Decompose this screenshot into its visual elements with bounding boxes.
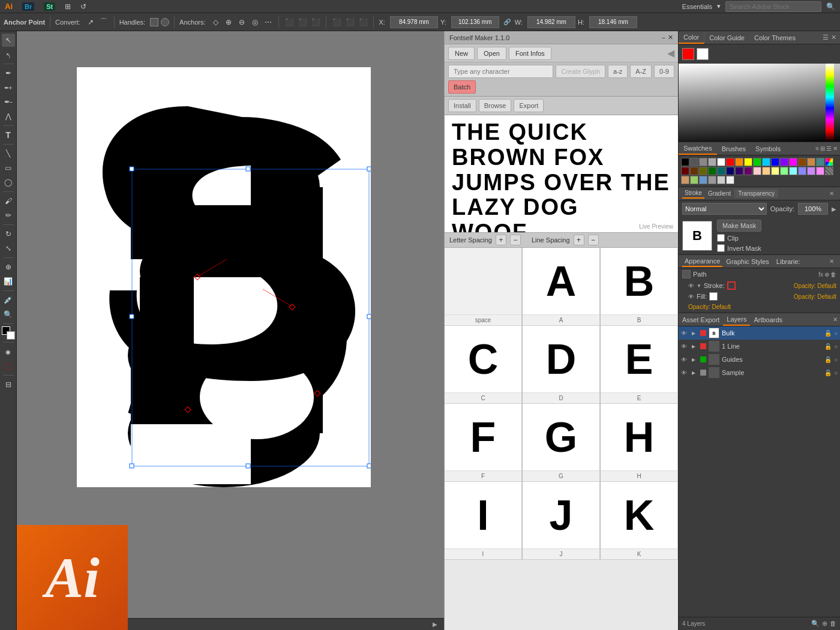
line-spacing-decrease[interactable]: − [588,235,599,245]
glyph-cell-C[interactable]: C C [445,326,522,404]
blend-mode-select[interactable]: Normal [682,203,767,215]
layer-lock-1line[interactable]: 🔓 [824,343,832,350]
fontself-arrow-icon[interactable]: ◀ [667,48,674,58]
search-icon[interactable]: 🔍 [826,2,835,11]
swatch-ltblue[interactable] [798,167,806,175]
layer-item-guides[interactable]: 👁 ▶ Guides 🔓 ○ [679,353,840,366]
font-infos-button[interactable]: Font Infos [509,47,551,60]
swatch-orange[interactable] [735,158,743,166]
white-swatch[interactable] [697,48,709,60]
layer-eye-sample[interactable]: 👁 [681,370,689,376]
stroke-close-icon[interactable]: ✕ [829,190,834,197]
align-center-h-icon[interactable]: ⬛ [297,17,308,28]
brushes-tab[interactable]: Brushes [717,142,751,155]
swatch-red[interactable] [726,158,734,166]
x-input[interactable] [390,16,438,28]
layer-item-bulk[interactable]: 👁 ▶ B Bulk 🔓 ○ [679,326,840,340]
line-spacing-increase[interactable]: + [574,235,584,245]
color-panel-menu-icon[interactable]: ☰ [823,34,829,41]
layer-circle-1line[interactable]: ○ [834,343,838,350]
anchor-icon4[interactable]: ◎ [250,17,260,28]
glyph-cell-space[interactable]: space [445,248,522,326]
make-mask-button[interactable]: Make Mask [717,220,761,232]
appearance-tab[interactable]: Appearance [682,256,722,267]
swatch-green[interactable] [753,158,761,166]
clip-checkbox[interactable] [717,234,725,242]
install-button[interactable]: Install [448,99,476,112]
background-color[interactable] [7,331,15,340]
transparency-tab[interactable]: Transparency [734,189,778,198]
symbols-tab[interactable]: Symbols [751,142,785,155]
layer-del-icon[interactable]: 🗑 [830,620,836,628]
direct-select-icon[interactable]: ↖̣ [2,48,15,61]
stroke-icon[interactable]: Stroke [682,188,704,199]
chart-icon[interactable]: 📊 [2,275,15,288]
blend-icon[interactable]: ⊕ [2,260,15,274]
appearance-close-icon[interactable]: ✕ [829,258,834,265]
browse-button[interactable]: Browse [479,99,512,112]
swatches-menu-icon[interactable]: ☰ [826,145,832,152]
swatch-ltviolet[interactable] [807,167,815,175]
rotate-icon[interactable]: ↻ [2,227,15,241]
swatch-ltcyan[interactable] [789,167,797,175]
link-icon[interactable]: 🔗 [502,17,512,28]
opacity-arrow-icon[interactable]: ▶ [832,206,836,212]
layers-close-icon[interactable]: ✕ [833,316,838,323]
stroke-color-indicator[interactable] [727,281,736,290]
swatch-brown[interactable] [798,158,806,166]
swatch-darkcyan[interactable] [717,167,725,175]
glyph-cell-E[interactable]: E E [601,326,678,404]
swatch-gray2[interactable] [708,176,716,184]
fontself-close-icon[interactable]: ✕ [668,34,673,41]
swatch-darkgreen[interactable] [708,167,716,175]
gradient-tab[interactable]: Gradient [704,189,734,198]
layer-arrow-guides[interactable]: ▶ [692,357,698,362]
red-swatch[interactable] [682,48,694,60]
br-icon[interactable]: Br [22,2,34,11]
layer-arrow-sample[interactable]: ▶ [692,370,698,376]
color-boxes[interactable] [2,326,15,340]
letter-spacing-increase[interactable]: + [496,235,506,245]
swatch-yellow[interactable] [744,158,752,166]
open-button[interactable]: Open [477,47,506,60]
character-input[interactable] [448,65,553,78]
color-guide-tab[interactable]: Color Guide [704,31,749,44]
align-left-icon[interactable]: ⬛ [284,17,295,28]
color-mode-icon[interactable]: ◉ [2,345,15,358]
path-icon[interactable]: ⋯ [263,17,274,28]
none-fill-icon[interactable]: ⬚ [2,359,15,373]
layer-eye-guides[interactable]: 👁 [681,356,689,363]
glyph-cell-K[interactable]: K K [601,482,678,560]
appearance-fx-icon[interactable]: fx [818,271,823,278]
glyph-cell-A[interactable]: A A [523,248,600,326]
create-glyph-button[interactable]: Create Glyph [556,65,605,78]
swatch-black[interactable] [681,158,689,166]
layer-item-sample[interactable]: 👁 ▶ Sample 🔓 ○ [679,366,840,379]
anchor-icon1[interactable]: ◇ [210,17,221,28]
glyph-cell-I[interactable]: I I [445,482,522,560]
export-button[interactable]: Export [514,99,544,112]
selection-tool-icon[interactable]: ↖ [2,34,15,47]
swatch-olive[interactable] [699,167,707,175]
stroke-eye-icon[interactable]: 👁 [688,283,694,289]
swatch-ltgray[interactable] [708,158,716,166]
anchor-convert-icon[interactable]: ⋀ [2,110,15,123]
scale-icon[interactable]: ⤡ [2,242,15,255]
asset-export-tab[interactable]: Asset Export [679,313,723,326]
y-input[interactable] [451,16,499,28]
glyph-cell-B[interactable]: B B [601,248,678,326]
layer-lock-bulk[interactable]: 🔓 [824,330,832,337]
align-center-v-icon[interactable]: ⬛ [344,17,355,28]
swatch-blue[interactable] [771,158,779,166]
fontself-minimize-icon[interactable]: − [662,34,665,41]
swatches-tab[interactable]: Swatches [679,142,717,155]
handles-icon1[interactable] [150,18,158,26]
swatches-list-icon[interactable]: ≡ [815,145,819,152]
AZ-tag[interactable]: A-Z [630,65,652,78]
az-tag[interactable]: a-z [608,65,628,78]
swatch-lime[interactable] [690,176,698,184]
layer-item-1line[interactable]: 👁 ▶ 1 Line 🔓 ○ [679,340,840,353]
grid-view-icon[interactable]: ⊞ [65,2,71,11]
layer-eye-bulk[interactable]: 👁 [681,330,689,337]
batch-button[interactable]: Batch [448,80,476,94]
